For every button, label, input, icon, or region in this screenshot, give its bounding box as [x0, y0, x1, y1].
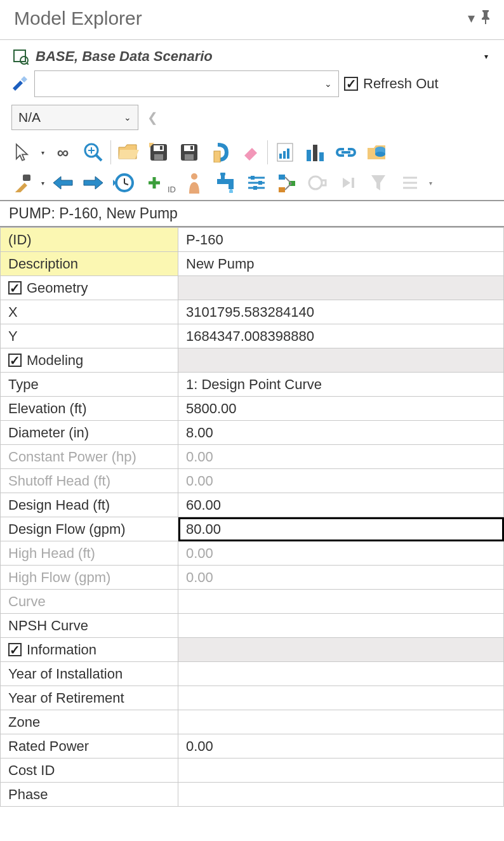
value-y[interactable]: 1684347.008398880: [178, 324, 504, 348]
separator: [267, 140, 268, 164]
section-geometry: Geometry: [1, 276, 504, 300]
hammer-dropdown[interactable]: ▾: [38, 168, 47, 197]
svg-rect-14: [185, 154, 194, 160]
value-design-head[interactable]: 60.00: [178, 493, 504, 517]
svg-rect-11: [160, 146, 162, 150]
data-folder-icon[interactable]: [362, 138, 391, 167]
arrow-right-icon[interactable]: [79, 168, 108, 197]
value-x[interactable]: 3101795.583284140: [178, 300, 504, 324]
hammer-icon[interactable]: [8, 168, 37, 197]
value-design-flow[interactable]: 80.00: [178, 517, 504, 541]
refresh-checkbox[interactable]: [344, 77, 358, 91]
zoom-extents-icon[interactable]: [79, 138, 108, 167]
value-diameter[interactable]: 8.00: [178, 421, 504, 445]
row-design-flow: Design Flow (gpm) 80.00: [1, 517, 504, 541]
label-design-head: Design Head (ft): [1, 493, 178, 517]
row-description: Description New Pump: [1, 252, 504, 276]
svg-rect-18: [279, 154, 282, 159]
label-zone: Zone: [1, 710, 178, 734]
dropdown-caret-icon[interactable]: ▾: [468, 10, 475, 27]
svg-rect-1: [14, 50, 25, 62]
value-phase[interactable]: [178, 783, 504, 807]
row-diameter: Diameter (in) 8.00: [1, 421, 504, 445]
section-checkbox[interactable]: [8, 281, 22, 295]
svg-line-5: [96, 155, 102, 161]
svg-line-50: [285, 177, 291, 183]
cursor-dropdown[interactable]: ▾: [38, 138, 47, 167]
link-icon[interactable]: [331, 138, 361, 167]
panel-title: Model Explorer: [14, 8, 142, 29]
person-icon[interactable]: [180, 168, 209, 197]
svg-rect-15: [190, 146, 193, 150]
history-icon[interactable]: [109, 168, 138, 197]
section-checkbox[interactable]: [8, 354, 22, 367]
svg-rect-16: [214, 151, 220, 162]
list-dropdown[interactable]: ▾: [426, 168, 435, 197]
value-npsh-curve[interactable]: [178, 614, 504, 638]
value-rated-power[interactable]: 0.00: [178, 734, 504, 758]
row-id: (ID) P-160: [1, 228, 504, 252]
cursor-icon[interactable]: [8, 138, 37, 167]
scenario-dropdown-btn[interactable]: ▾: [479, 52, 494, 61]
faucet-icon[interactable]: [211, 168, 241, 197]
row-cost-id: Cost ID: [1, 758, 504, 783]
value-type[interactable]: 1: Design Point Curve: [178, 373, 504, 397]
section-label: Information: [27, 642, 96, 658]
chart-icon[interactable]: [301, 138, 330, 167]
value-elevation[interactable]: 5800.00: [178, 397, 504, 421]
row-high-flow: High Flow (gpm) 0.00: [1, 566, 504, 590]
svg-rect-37: [229, 179, 234, 189]
save-icon[interactable]: [144, 138, 173, 167]
value-shutoff-head: 0.00: [178, 469, 504, 493]
next-icon[interactable]: [333, 168, 362, 197]
na-row: N/A ⌄ ❮: [0, 102, 504, 134]
svg-rect-44: [258, 181, 262, 185]
label-elevation: Elevation (ft): [1, 397, 178, 421]
save-as-icon[interactable]: [175, 138, 204, 167]
filter-icon[interactable]: [364, 168, 393, 197]
toolbar-row-1: ▾ ∞: [0, 134, 504, 168]
svg-line-32: [124, 183, 128, 185]
value-year-retire[interactable]: [178, 686, 504, 710]
flowchart-icon[interactable]: [272, 168, 302, 197]
na-combo[interactable]: N/A ⌄: [11, 105, 138, 130]
list-icon[interactable]: [395, 168, 425, 197]
value-id[interactable]: P-160: [178, 228, 504, 252]
section-modeling: Modeling: [1, 348, 504, 373]
value-cost-id[interactable]: [178, 758, 504, 783]
svg-rect-28: [15, 183, 27, 192]
row-high-head: High Head (ft) 0.00: [1, 541, 504, 566]
section-information: Information: [1, 638, 504, 662]
label-curve: Curve: [1, 590, 178, 614]
label-year-install: Year of Installation: [1, 662, 178, 686]
open-folder-icon[interactable]: [114, 138, 143, 167]
value-year-install[interactable]: [178, 662, 504, 686]
svg-rect-19: [283, 151, 286, 159]
svg-rect-24: [342, 151, 350, 154]
section-checkbox[interactable]: [8, 643, 22, 656]
chevron-down-icon: ⌄: [324, 79, 332, 89]
add-id-icon[interactable]: [140, 168, 169, 197]
sliders-icon[interactable]: [242, 168, 271, 197]
chevron-left-icon[interactable]: ❮: [147, 110, 158, 125]
tool-icon[interactable]: [11, 76, 29, 92]
id-subscript: ID: [168, 185, 176, 194]
secondary-combo[interactable]: ⌄: [34, 70, 339, 97]
pump-icon[interactable]: [303, 168, 332, 197]
pin-icon[interactable]: [480, 10, 491, 27]
scenario-label[interactable]: BASE, Base Data Scenario: [36, 48, 472, 65]
row-curve: Curve: [1, 590, 504, 614]
value-description[interactable]: New Pump: [178, 252, 504, 276]
section-label: Geometry: [27, 280, 88, 296]
value-zone[interactable]: [178, 710, 504, 734]
report-icon[interactable]: [270, 138, 300, 167]
label-rated-power: Rated Power: [1, 734, 178, 758]
label-description: Description: [1, 252, 178, 276]
arrow-left-icon[interactable]: [48, 168, 77, 197]
label-design-flow: Design Flow (gpm): [1, 517, 178, 541]
undo-icon[interactable]: [205, 138, 234, 167]
infinity-icon[interactable]: ∞: [48, 138, 77, 167]
row-year-retire: Year of Retirement: [1, 686, 504, 710]
eraser-icon[interactable]: [235, 138, 265, 167]
label-high-flow: High Flow (gpm): [1, 566, 178, 590]
